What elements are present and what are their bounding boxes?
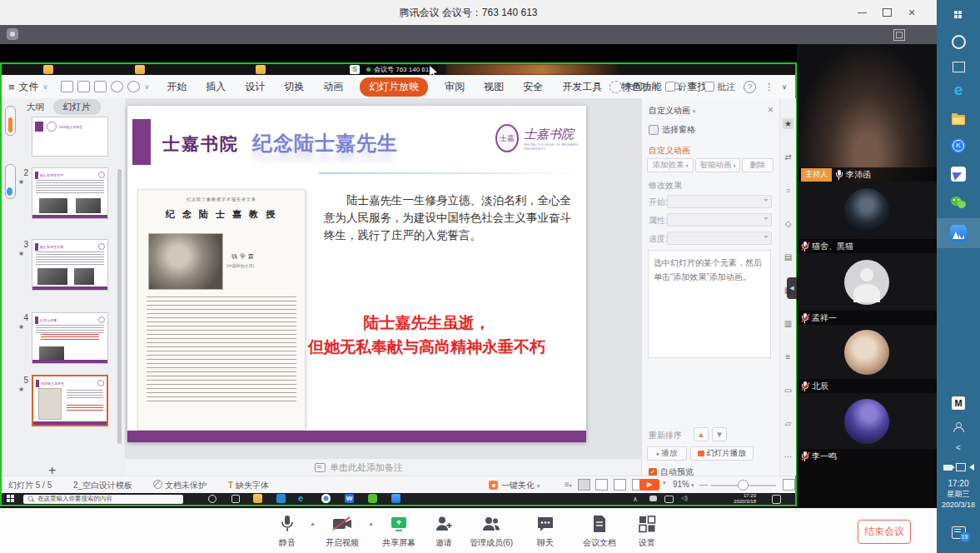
participant-tile[interactable]: 北辰 — [797, 325, 937, 393]
participant-tile[interactable]: 李一鸣 — [797, 393, 937, 463]
tray-expand-icon[interactable]: ∧ — [633, 496, 638, 503]
add-effect-button[interactable]: 添加效果▾ — [647, 158, 694, 172]
chrome-icon[interactable] — [321, 494, 331, 503]
tune-icon[interactable]: ≡ — [783, 351, 793, 362]
slide-thumbnail-4[interactable]: 士嘉小故事 — [32, 312, 108, 364]
desktop-folder-icon[interactable] — [43, 65, 53, 74]
start-button[interactable] — [937, 5, 980, 25]
panel-collapse-handle[interactable]: ◀ — [787, 277, 797, 299]
explorer-icon[interactable] — [937, 109, 980, 131]
explorer-icon[interactable] — [253, 494, 262, 503]
close-button[interactable]: × — [899, 0, 924, 25]
collapse-ribbon-icon[interactable]: ∨ — [782, 83, 787, 91]
chat-button[interactable]: 聊天 — [518, 515, 573, 549]
tab-design[interactable]: 设计 — [245, 77, 265, 97]
reorder-up-button[interactable]: ▲ — [694, 427, 709, 441]
normal-view-icon[interactable] — [578, 479, 590, 491]
start-video-button[interactable]: 开启视频 — [315, 515, 370, 549]
cortana-icon[interactable] — [937, 32, 980, 52]
zoom-level[interactable]: 91% ▾ — [673, 480, 694, 489]
fit-window-icon[interactable] — [783, 479, 795, 491]
save-icon[interactable] — [61, 81, 73, 92]
slideshow-play-button[interactable]: 幻灯片播放 — [690, 446, 754, 461]
selection-pane-button[interactable]: 选择窗格 — [649, 124, 695, 136]
tab-developer[interactable]: 开发工具 — [562, 77, 602, 97]
tray-device-icons[interactable] — [937, 460, 980, 475]
edge-icon[interactable]: e — [937, 79, 980, 101]
notification-icon[interactable] — [772, 495, 781, 504]
slide-title[interactable]: 纪念陆士嘉先生 — [252, 130, 398, 157]
reorder-down-button[interactable]: ▼ — [712, 427, 727, 441]
cortana-icon[interactable] — [208, 495, 216, 503]
tab-home[interactable]: 开始 — [167, 77, 187, 97]
play-slideshow-button[interactable]: ▶ — [639, 479, 659, 491]
timer-icon[interactable]: ○ — [783, 185, 793, 196]
more-menu-icon[interactable]: ⋮ — [764, 82, 774, 92]
meeting-app-icon-active[interactable] — [937, 218, 980, 248]
participant-tile[interactable]: 猫舍、黑猫 — [797, 182, 937, 253]
tab-security[interactable]: 安全 — [523, 77, 543, 97]
taskbar-search-box[interactable]: 在这里输入你要搜索的内容 — [23, 495, 183, 504]
slide-thumbnail-2[interactable]: 陆士嘉先生生平 — [32, 167, 108, 219]
help-icon[interactable]: ? — [744, 81, 756, 93]
wps-taskbar-icon[interactable]: W — [345, 494, 354, 503]
delete-button[interactable]: 删除 — [742, 158, 774, 172]
taskview-icon[interactable] — [937, 57, 980, 77]
zoom-slider-handle[interactable] — [738, 480, 749, 491]
share-button[interactable]: 分享 — [665, 81, 696, 93]
slide-thumbnail-1[interactable]: 纪念陆士嘉先生 — [32, 117, 108, 157]
reading-view-icon[interactable] — [614, 479, 626, 491]
chart-icon[interactable]: ▥ — [783, 318, 793, 329]
start-select[interactable] — [667, 195, 772, 208]
smart-animation-button[interactable]: 智能动画▾ — [695, 158, 740, 172]
people-icon[interactable] — [937, 418, 980, 436]
beautify-button[interactable]: 一键美化 ▾ — [489, 480, 540, 491]
missing-font-status[interactable]: T缺失字体 — [228, 480, 269, 491]
property-select[interactable] — [667, 213, 772, 227]
taskview-icon[interactable] — [231, 495, 240, 503]
end-meeting-button[interactable]: 结束会议 — [858, 520, 911, 544]
slide-settings-icon[interactable]: ▭ — [783, 385, 793, 396]
tray-monitor-icon[interactable] — [664, 496, 674, 503]
desktop-folder-icon[interactable] — [256, 65, 266, 74]
k-app-icon[interactable]: K — [937, 135, 980, 157]
play-button[interactable]: ▸播放 — [647, 446, 687, 461]
tab-insert[interactable]: 插入 — [206, 77, 226, 97]
wechat-icon[interactable] — [368, 494, 377, 503]
slide-thumbnail-3[interactable]: 陆士嘉先生年表 — [32, 239, 108, 291]
tray-cam-icon[interactable] — [649, 496, 657, 501]
file-menu[interactable]: 文件 — [19, 80, 39, 94]
desktop-folder-icon[interactable] — [135, 65, 145, 74]
tray-volume-icon[interactable]: ◁) — [681, 495, 688, 501]
print-icon[interactable] — [77, 81, 90, 92]
doc-protect-status[interactable]: 文档未保护 — [153, 480, 206, 491]
current-slide[interactable]: 士嘉书院 纪念陆士嘉先生 士嘉 士嘉书院 SHIJIA COLLEGE OF B… — [127, 106, 586, 442]
hamburger-icon[interactable]: ≡ — [8, 81, 15, 93]
tab-outline[interactable]: 大纲 — [27, 101, 45, 113]
undo-icon[interactable] — [111, 81, 123, 92]
slide-red-text[interactable]: 陆士嘉先生虽逝， 但她无私奉献与高尚精神永垂不朽 — [267, 311, 586, 360]
webcam-preview-icon[interactable] — [7, 28, 18, 40]
quickbar-caret-icon[interactable]: ∨ — [144, 83, 149, 91]
bird-app-icon[interactable] — [937, 163, 980, 185]
sorter-view-icon[interactable] — [595, 479, 608, 491]
print-preview-icon[interactable] — [94, 81, 107, 92]
sync-status[interactable]: 未同步▾ — [609, 81, 658, 93]
manage-members-button[interactable]: 管理成员(6) — [464, 515, 519, 549]
mail-icon[interactable] — [276, 494, 286, 503]
more-tools-icon[interactable]: ⋯ — [783, 451, 793, 462]
slide-thumbnail-5-selected[interactable]: 纪念陆士嘉先生 — [32, 375, 108, 426]
hidden-icons-chevron[interactable]: < — [937, 440, 980, 455]
tab-slides[interactable]: 幻灯片 — [53, 99, 101, 115]
play-caret-icon[interactable]: ▾ — [663, 480, 666, 486]
tab-transition[interactable]: 切换 — [284, 77, 304, 97]
tab-review[interactable]: 审阅 — [445, 77, 465, 97]
fullscreen-icon[interactable] — [893, 29, 905, 41]
minimize-button[interactable] — [849, 0, 874, 25]
ink-icon[interactable]: ◇ — [783, 218, 793, 229]
pane-close-icon[interactable]: × — [768, 104, 774, 116]
m-app-icon[interactable]: M — [937, 393, 980, 413]
redo-icon[interactable] — [127, 81, 140, 92]
comment-button[interactable]: 批注 — [704, 81, 735, 93]
mail-icon[interactable]: ▱ — [783, 418, 793, 429]
